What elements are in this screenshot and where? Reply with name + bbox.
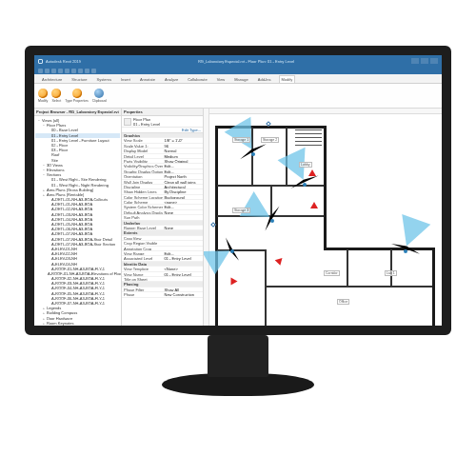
room-tag[interactable]: Lobby	[299, 162, 312, 168]
ribbon-button-select[interactable]: Select	[51, 89, 61, 103]
ribbon-tab-systems[interactable]: Systems	[95, 76, 113, 83]
property-value[interactable]: Edit...	[163, 205, 204, 208]
qat-button[interactable]	[38, 69, 43, 73]
circle-icon	[38, 89, 48, 98]
ribbon-tab-view[interactable]: View	[215, 76, 228, 83]
ribbon-tab-collaborate[interactable]: Collaborate	[186, 76, 208, 83]
room-tag[interactable]: Storage 2	[261, 137, 279, 143]
property-name: Parts Visibility	[122, 159, 163, 163]
property-name: Color Scheme	[122, 200, 163, 204]
property-value[interactable]: Project North	[163, 174, 204, 178]
property-value[interactable]: 1/8" = 1'-0"	[163, 138, 204, 142]
properties-grid[interactable]: GraphicsView Scale1/8" = 1'-0"Scale Valu…	[122, 133, 203, 326]
property-value[interactable]: Medium	[163, 154, 204, 158]
room-tag[interactable]: Corridor	[324, 270, 340, 276]
hatch	[295, 133, 322, 134]
qat-button[interactable]	[65, 69, 69, 73]
ribbon-button-label: Type Properties	[65, 99, 89, 103]
twisty-icon[interactable]: −	[42, 123, 46, 128]
camera-icon[interactable]	[303, 183, 307, 187]
property-value[interactable]: By Discipline	[163, 189, 204, 193]
circle-icon	[94, 89, 104, 98]
property-value[interactable]: Background	[163, 195, 204, 199]
property-value[interactable]	[163, 247, 204, 250]
property-value[interactable]: Edit...	[163, 251, 204, 255]
app-window: Autodesk Revit 2019 RG_Laboratory Especi…	[34, 55, 442, 326]
drawing-canvas[interactable]: Storage 1Storage 2LobbyStorage 3Corridor…	[204, 109, 442, 326]
ribbon-tab-architecture[interactable]: Architecture	[40, 76, 64, 83]
twisty-icon[interactable]: −	[37, 118, 41, 123]
monitor-neck	[208, 335, 268, 377]
project-browser-tree[interactable]: −Views (all)−Floor Plans00 - Base Level0…	[34, 116, 121, 326]
property-value[interactable]	[163, 236, 204, 240]
room-tag[interactable]: Lab 1	[385, 270, 397, 276]
property-value[interactable]: <none>	[163, 200, 204, 204]
room-tag[interactable]: Storage 1	[232, 137, 250, 143]
ribbon-tab-structure[interactable]: Structure	[69, 76, 89, 83]
ribbon-tab-modify[interactable]: Modify	[279, 75, 296, 83]
property-name: Graphic Display Options	[122, 169, 163, 173]
qat-button[interactable]	[78, 69, 83, 73]
property-name: Associated Level	[122, 256, 163, 260]
ribbon-tab-annotate[interactable]: Annotate	[138, 76, 157, 83]
property-value[interactable]: 01 - Entry Level	[163, 256, 204, 260]
camera-icon[interactable]	[230, 249, 234, 253]
fire-alarm-icon[interactable]	[308, 169, 316, 176]
ribbon-tab-add-ins[interactable]: Add-Ins	[256, 76, 273, 83]
fire-alarm-icon[interactable]	[231, 278, 238, 286]
camera-icon[interactable]	[251, 152, 255, 156]
ribbon-tab-analyze[interactable]: Analyze	[163, 76, 180, 83]
ribbon-tab-manage[interactable]: Manage	[232, 76, 249, 83]
hatch	[295, 137, 322, 138]
property-name: Phase	[122, 292, 163, 296]
property-value[interactable]: None	[163, 226, 204, 229]
qat-button[interactable]	[85, 69, 89, 73]
qat-button[interactable]	[91, 69, 96, 73]
property-name: View Name	[122, 272, 163, 276]
property-row[interactable]: PhaseNew Construction	[122, 292, 203, 297]
room-tag[interactable]: Storage 3	[232, 208, 250, 213]
property-value[interactable]: 96	[163, 144, 204, 148]
project-browser-panel[interactable]: Project Browser - RG_Laboratory Especial…	[34, 109, 122, 326]
property-value[interactable]: Clean all wall joins	[163, 180, 204, 184]
qat-button[interactable]	[71, 69, 76, 73]
property-value[interactable]	[163, 277, 204, 281]
ribbon-tab-insert[interactable]: Insert	[119, 76, 132, 83]
twisty-icon[interactable]: −	[42, 172, 46, 177]
twisty-icon[interactable]: +	[42, 192, 46, 197]
ribbon-button-modify[interactable]: Modify	[38, 89, 48, 103]
property-value[interactable]: Edit...	[163, 169, 204, 173]
property-value[interactable]	[163, 241, 204, 245]
property-value[interactable]: Show All	[163, 288, 204, 291]
circle-icon	[51, 89, 61, 98]
close-button[interactable]	[430, 58, 438, 64]
property-value[interactable]	[163, 215, 204, 219]
title-bar[interactable]: Autodesk Revit 2019 RG_Laboratory Especi…	[34, 55, 442, 67]
fire-alarm-icon[interactable]	[310, 202, 318, 208]
properties-header[interactable]: Properties	[122, 109, 203, 116]
property-name: Orientation	[122, 174, 163, 178]
edit-type-button[interactable]: Edit Type...	[182, 128, 201, 132]
property-value[interactable]: New Construction	[163, 292, 204, 296]
properties-panel[interactable]: Properties Floor Plan 01 - Entry Level E…	[122, 109, 204, 326]
ribbon-button-type-properties[interactable]: Type Properties	[65, 89, 89, 103]
ribbon-button-clipboard[interactable]: Clipboard	[92, 89, 107, 103]
project-browser-header[interactable]: Project Browser - RG_Laboratory Especial…	[34, 109, 121, 116]
property-value[interactable]: <None>	[163, 267, 204, 270]
property-value[interactable]: Normal	[163, 149, 204, 152]
camera-icon[interactable]	[270, 219, 274, 223]
type-selector[interactable]: Floor Plan 01 - Entry Level	[122, 116, 203, 128]
property-value[interactable]: Show Original	[163, 159, 204, 163]
qat-button[interactable]	[58, 69, 63, 73]
maximize-button[interactable]	[421, 58, 428, 64]
minimize-button[interactable]	[411, 58, 419, 64]
property-value[interactable]: Edit...	[163, 164, 204, 168]
camera-icon[interactable]	[404, 249, 407, 253]
property-section-label: Phasing	[122, 282, 203, 286]
property-value[interactable]: Architectural	[163, 185, 204, 188]
room-tag[interactable]: Office	[337, 299, 349, 305]
property-value[interactable]: None	[163, 210, 204, 214]
property-value[interactable]: 01 - Entry Level	[163, 272, 204, 276]
qat-button[interactable]	[45, 69, 50, 73]
qat-button[interactable]	[51, 69, 56, 73]
